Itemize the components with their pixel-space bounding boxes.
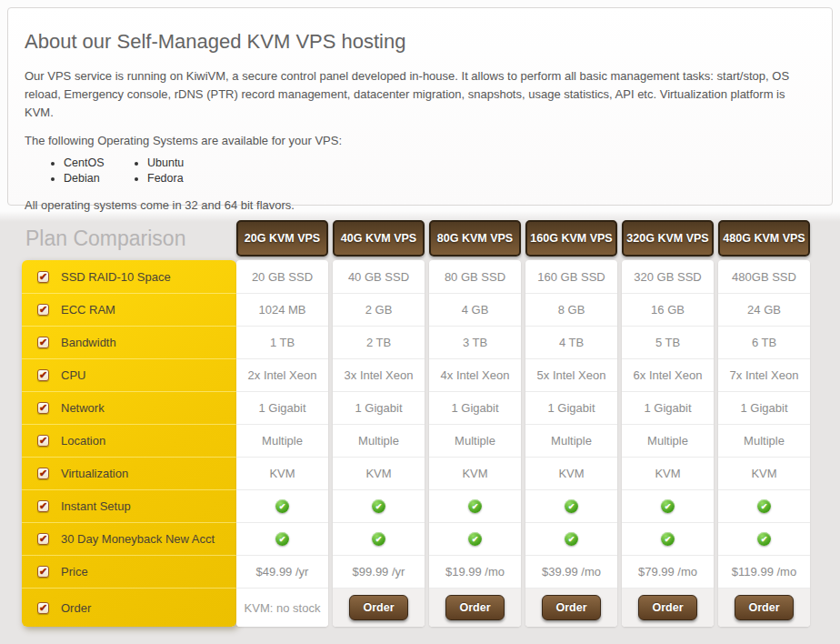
cell-location: Multiple xyxy=(525,424,617,457)
check-circle-icon: ✔ xyxy=(757,532,771,546)
checkbox-icon[interactable]: ✔ xyxy=(37,304,49,316)
feature-label: Virtualization xyxy=(61,467,128,480)
plan-column: 160G KVM VPS160 GB SSD8 GB4 TB5x Intel X… xyxy=(525,220,617,627)
cell-virtualization: KVM xyxy=(429,457,521,489)
cell-bandwidth: 1 TB xyxy=(236,326,328,358)
about-section: About our Self-Managed KVM VPS hosting O… xyxy=(7,7,833,206)
feature-row-ssd: ✔SSD RAID-10 Space xyxy=(22,260,236,293)
check-circle-icon: ✔ xyxy=(661,499,675,513)
plan-column: 80G KVM VPS80 GB SSD4 GB3 TB4x Intel Xeo… xyxy=(429,220,521,627)
cell-network: 1 Gigabit xyxy=(525,391,617,424)
checkbox-icon[interactable]: ✔ xyxy=(37,468,49,479)
cell-network: 1 Gigabit xyxy=(718,391,810,424)
checkbox-icon[interactable]: ✔ xyxy=(37,402,49,414)
feature-label: Instant Setup xyxy=(61,499,131,513)
cell-price: $49.99 /yr xyxy=(236,555,328,588)
cell-instant_setup: ✔ xyxy=(525,489,617,522)
cell-order: Order xyxy=(333,588,425,627)
os-item: Ubuntu xyxy=(147,156,184,171)
check-circle-icon: ✔ xyxy=(565,499,578,513)
checkbox-icon[interactable]: ✔ xyxy=(37,435,49,447)
cell-virtualization: KVM xyxy=(718,457,810,489)
check-circle-icon: ✔ xyxy=(757,499,771,513)
checkbox-icon[interactable]: ✔ xyxy=(37,602,49,614)
plan-card: 320 GB SSD16 GB5 TB6x Intel Xeon1 Gigabi… xyxy=(622,260,714,627)
check-circle-icon: ✔ xyxy=(372,499,385,513)
feature-label: Order xyxy=(61,601,91,615)
check-circle-icon: ✔ xyxy=(661,532,675,546)
cell-ram: 4 GB xyxy=(429,293,521,326)
cell-price: $19.99 /mo xyxy=(429,555,521,588)
cell-order: Order xyxy=(525,588,617,627)
cell-cpu: 6x Intel Xeon xyxy=(622,358,714,391)
checkbox-icon[interactable]: ✔ xyxy=(37,369,49,381)
order-button[interactable]: Order xyxy=(638,595,696,620)
os-intro-text: The following Operating Systems are avai… xyxy=(25,134,815,147)
plan-card: 160 GB SSD8 GB4 TB5x Intel Xeon1 Gigabit… xyxy=(525,260,617,627)
cell-cpu: 4x Intel Xeon xyxy=(429,358,521,391)
checkbox-icon[interactable]: ✔ xyxy=(37,566,49,578)
order-button[interactable]: Order xyxy=(445,595,504,620)
order-button[interactable]: Order xyxy=(349,595,407,620)
plan-column: 40G KVM VPS40 GB SSD2 GB2 TB3x Intel Xeo… xyxy=(333,220,425,627)
feature-label: SSD RAID-10 Space xyxy=(61,270,171,284)
plan-card: 40 GB SSD2 GB2 TB3x Intel Xeon1 GigabitM… xyxy=(333,260,425,627)
os-item: Debian xyxy=(64,172,117,186)
check-circle-icon: ✔ xyxy=(275,532,289,546)
plan-columns: 20G KVM VPS20 GB SSD1024 MB1 TB2x Intel … xyxy=(236,220,810,627)
plan-header: 20G KVM VPS xyxy=(236,220,328,257)
about-description: Our VPS service is running on KiwiVM, a … xyxy=(25,67,815,122)
check-circle-icon: ✔ xyxy=(275,499,289,513)
feature-row-cpu: ✔CPU xyxy=(22,358,236,391)
cell-virtualization: KVM xyxy=(525,457,617,489)
cell-ram: 24 GB xyxy=(718,293,810,326)
feature-label: ECC RAM xyxy=(61,303,115,317)
cell-virtualization: KVM xyxy=(622,457,714,489)
plan-card: 80 GB SSD4 GB3 TB4x Intel Xeon1 GigabitM… xyxy=(429,260,521,627)
cell-moneyback: ✔ xyxy=(718,522,810,555)
cell-ssd: 480GB SSD xyxy=(718,260,810,293)
order-button[interactable]: Order xyxy=(542,595,600,620)
checkbox-icon[interactable]: ✔ xyxy=(37,337,49,348)
cell-order: Order xyxy=(622,588,714,627)
cell-cpu: 7x Intel Xeon xyxy=(718,358,810,391)
checkbox-icon[interactable]: ✔ xyxy=(37,533,49,545)
feature-row-bandwidth: ✔Bandwidth xyxy=(22,326,236,358)
cell-location: Multiple xyxy=(429,424,521,457)
feature-label: Location xyxy=(61,434,105,448)
plan-header: 160G KVM VPS xyxy=(525,220,617,257)
cell-price: $99.99 /yr xyxy=(333,555,425,588)
cell-virtualization: KVM xyxy=(236,457,328,489)
feature-row-network: ✔Network xyxy=(22,391,236,424)
cell-instant_setup: ✔ xyxy=(236,489,328,522)
cell-location: Multiple xyxy=(333,424,425,457)
feature-row-order: ✔Order xyxy=(22,588,236,627)
feature-label: Network xyxy=(61,401,105,415)
cell-order: Order xyxy=(429,588,521,627)
order-button[interactable]: Order xyxy=(735,595,793,620)
comparison-left-column: Plan Comparison ✔SSD RAID-10 Space✔ECC R… xyxy=(22,220,236,627)
checkbox-icon[interactable]: ✔ xyxy=(37,500,49,512)
cell-instant_setup: ✔ xyxy=(429,489,521,522)
plan-comparison-section: Plan Comparison ✔SSD RAID-10 Space✔ECC R… xyxy=(22,220,840,627)
cell-ram: 8 GB xyxy=(525,293,617,326)
cell-instant_setup: ✔ xyxy=(333,489,425,522)
cell-instant_setup: ✔ xyxy=(718,489,810,522)
cell-ram: 1024 MB xyxy=(236,293,328,326)
check-circle-icon: ✔ xyxy=(565,532,578,546)
cell-bandwidth: 3 TB xyxy=(429,326,521,358)
cell-order: KVM: no stock xyxy=(236,588,328,627)
checkbox-icon[interactable]: ✔ xyxy=(37,271,49,283)
cell-moneyback: ✔ xyxy=(429,522,521,555)
cell-price: $79.99 /mo xyxy=(622,555,714,588)
plan-header: 480G KVM VPS xyxy=(718,220,810,257)
os-lists: CentOS Debian Ubuntu Fedora xyxy=(50,156,815,186)
cell-moneyback: ✔ xyxy=(525,522,617,555)
plan-column: 480G KVM VPS480GB SSD24 GB6 TB7x Intel X… xyxy=(718,220,810,627)
plan-card: 480GB SSD24 GB6 TB7x Intel Xeon1 Gigabit… xyxy=(718,260,810,627)
feature-label: CPU xyxy=(61,368,85,382)
order-status-text: KVM: no stock xyxy=(245,601,321,615)
cell-network: 1 Gigabit xyxy=(236,391,328,424)
cell-virtualization: KVM xyxy=(333,457,425,489)
cell-ssd: 320 GB SSD xyxy=(622,260,714,293)
